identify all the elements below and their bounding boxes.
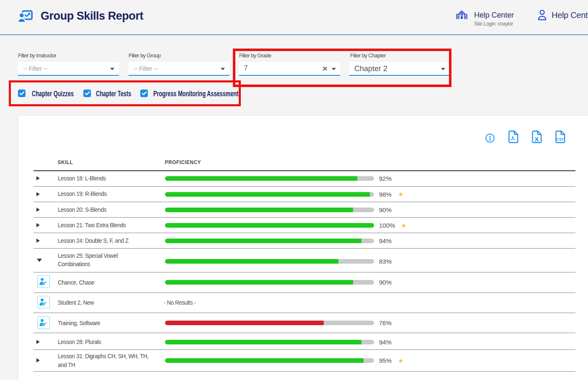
svg-text:CSV: CSV (557, 137, 564, 141)
svg-text:X: X (534, 136, 539, 143)
